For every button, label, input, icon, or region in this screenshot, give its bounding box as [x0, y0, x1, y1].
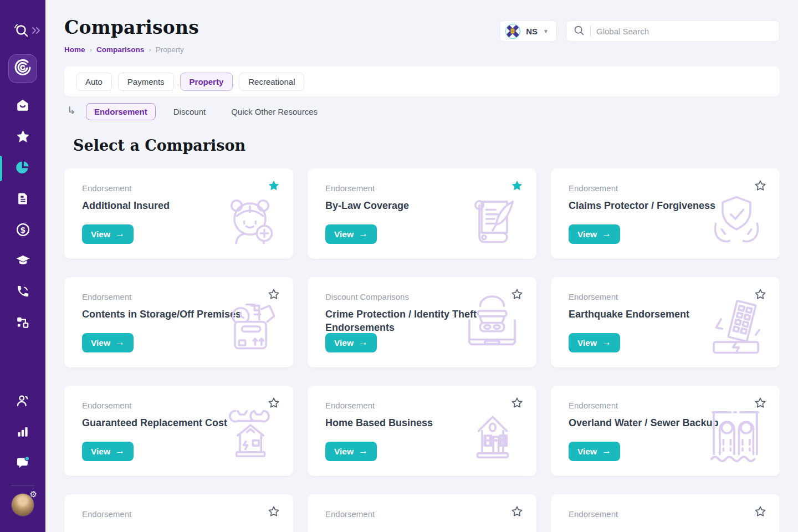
- sidebar-item-billing[interactable]: $: [0, 215, 45, 246]
- subtab-discount[interactable]: Discount: [166, 104, 213, 120]
- favorite-star-icon[interactable]: [511, 505, 523, 520]
- comparison-card-partial: Endorsement: [551, 494, 780, 532]
- user-profile[interactable]: ⚙: [11, 493, 34, 516]
- sewer-pipes-water-illustration: [705, 404, 765, 468]
- comparison-card: Endorsement Additional Insured View→: [64, 168, 293, 259]
- card-category: Endorsement: [569, 509, 762, 519]
- app-logo-swirl-icon: [13, 58, 33, 80]
- view-button[interactable]: View→: [569, 442, 620, 461]
- comparison-card: Discount Comparisons Crime Protection / …: [308, 277, 536, 367]
- expand-sidebar-icon[interactable]: [32, 27, 42, 37]
- card-category: Endorsement: [325, 509, 519, 519]
- comparison-card: Endorsement Guaranteed Replacement Cost …: [64, 386, 293, 476]
- comparison-card: Endorsement Contents in Storage/Off Prem…: [64, 277, 293, 367]
- chat-notification-icon: [16, 456, 30, 473]
- sidebar-item-training[interactable]: [0, 246, 45, 277]
- subtab-endorsement[interactable]: Endorsement: [86, 103, 156, 120]
- section-title: Select a Comparison: [64, 137, 780, 154]
- comparison-card: Endorsement By-Law Coverage View→: [308, 168, 536, 259]
- settings-gear-icon[interactable]: ⚙: [30, 490, 37, 498]
- tab-payments[interactable]: Payments: [118, 73, 174, 91]
- view-button[interactable]: View→: [82, 442, 134, 461]
- pie-chart-icon: [15, 160, 30, 177]
- view-button[interactable]: View→: [569, 224, 620, 244]
- region-selector[interactable]: NS ▼: [499, 20, 557, 42]
- category-tabs: Auto Payments Property Recreational: [64, 66, 780, 96]
- global-search-input[interactable]: [596, 27, 773, 36]
- view-button[interactable]: View→: [82, 333, 134, 352]
- arrow-right-icon: →: [602, 228, 611, 239]
- branch-arrow-icon: ↳: [67, 104, 76, 117]
- sidebar: $: [0, 0, 45, 532]
- tilted-building-illustration: [705, 295, 765, 360]
- search-icon: [573, 24, 585, 38]
- document-icon: [16, 192, 30, 208]
- breadcrumb-home[interactable]: Home: [64, 45, 85, 54]
- tab-property[interactable]: Property: [180, 73, 233, 91]
- page-title: Comparisons: [64, 17, 199, 38]
- sidebar-item-workflows[interactable]: [0, 308, 45, 339]
- phone-icon: [16, 284, 30, 301]
- breadcrumb: Home › Comparisons › Property: [64, 45, 199, 54]
- tab-recreational[interactable]: Recreational: [239, 73, 304, 91]
- wrench-over-house-illustration: [220, 403, 279, 468]
- sidebar-item-reports[interactable]: [0, 417, 45, 448]
- comparison-card-grid: Endorsement Additional Insured View→: [64, 168, 780, 532]
- tab-auto[interactable]: Auto: [76, 73, 112, 91]
- arrow-right-icon: →: [359, 337, 368, 348]
- top-bar: Comparisons Home › Comparisons › Propert…: [64, 0, 780, 54]
- sub-tabs: ↳ Endorsement Discount Quick Other Resou…: [64, 103, 780, 120]
- sidebar-item-calls[interactable]: [0, 277, 45, 308]
- region-code: NS: [526, 27, 538, 36]
- breadcrumb-comparisons[interactable]: Comparisons: [96, 45, 144, 54]
- dollar-circle-icon: $: [16, 222, 30, 239]
- comparison-card: Endorsement Home Based Business View→: [308, 386, 536, 476]
- global-search[interactable]: [566, 20, 780, 42]
- bar-chart-icon: [16, 424, 30, 441]
- comparison-card: Endorsement Earthquake Endorsement View→: [551, 277, 780, 367]
- arrow-right-icon: →: [115, 337, 125, 348]
- svg-text:$: $: [20, 225, 25, 234]
- sidebar-bottom-group: ⚙: [0, 386, 45, 532]
- nova-scotia-flag-icon: [505, 24, 520, 39]
- shield-check-in-hands-illustration: [708, 187, 765, 251]
- sidebar-search-button[interactable]: [0, 20, 45, 41]
- breadcrumb-separator: ›: [149, 45, 151, 54]
- breadcrumb-separator: ›: [90, 45, 93, 54]
- search-divider: [590, 25, 591, 37]
- person-with-plus-illustration: [221, 187, 279, 251]
- comparison-card: Endorsement Overland Water / Sewer Backu…: [551, 386, 780, 476]
- subtab-quick-other-resources[interactable]: Quick Other Resources: [223, 104, 325, 120]
- scroll-with-quill-illustration: [464, 187, 522, 251]
- view-button[interactable]: View→: [325, 442, 377, 461]
- comparison-card: Endorsement Claims Protector / Forgivene…: [551, 168, 780, 259]
- sidebar-item-contacts[interactable]: [0, 386, 45, 417]
- inbox-home-icon: [16, 98, 30, 115]
- storefront-house-illustration: [463, 403, 522, 468]
- view-button[interactable]: View→: [325, 333, 377, 352]
- app-logo[interactable]: [8, 54, 37, 83]
- favorite-star-icon[interactable]: [268, 505, 280, 520]
- breadcrumb-current: Property: [156, 45, 184, 54]
- arrow-right-icon: →: [602, 337, 611, 348]
- sidebar-item-documents[interactable]: [0, 184, 45, 215]
- arrow-right-icon: →: [115, 228, 125, 239]
- voice-search-icon: [12, 21, 31, 42]
- view-button[interactable]: View→: [325, 224, 377, 244]
- sidebar-item-inbox[interactable]: [0, 91, 45, 122]
- view-button[interactable]: View→: [82, 224, 134, 244]
- comparison-card-partial: Endorsement: [308, 494, 536, 532]
- star-icon: [16, 129, 30, 146]
- sidebar-nav: $: [0, 91, 45, 339]
- sidebar-item-comparisons[interactable]: [0, 153, 45, 184]
- chevron-down-icon: ▼: [543, 28, 549, 34]
- view-button[interactable]: View→: [569, 333, 620, 352]
- card-category: Endorsement: [82, 509, 275, 519]
- arrow-right-icon: →: [115, 446, 125, 457]
- workflow-blocks-icon: [16, 315, 30, 332]
- sidebar-item-messages[interactable]: [0, 448, 45, 479]
- people-icon: [16, 393, 30, 411]
- favorite-star-icon[interactable]: [754, 505, 766, 520]
- burglar-laptop-illustration: [462, 295, 522, 360]
- sidebar-item-favorites[interactable]: [0, 122, 45, 153]
